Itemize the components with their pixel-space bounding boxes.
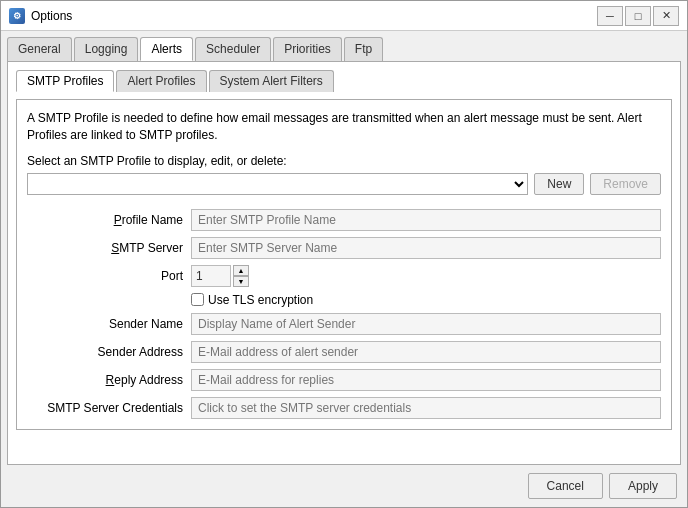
tab-alerts[interactable]: Alerts <box>140 37 193 61</box>
remove-button[interactable]: Remove <box>590 173 661 195</box>
profile-name-label: Profile Name <box>27 213 187 227</box>
smtp-server-input[interactable] <box>191 237 661 259</box>
port-label: Port <box>27 269 187 283</box>
smtp-credentials-input[interactable] <box>191 397 661 419</box>
content-area: SMTP Profiles Alert Profiles System Aler… <box>7 61 681 465</box>
app-icon: ⚙ <box>9 8 25 24</box>
port-row: ▲ ▼ <box>191 265 661 287</box>
tab-priorities[interactable]: Priorities <box>273 37 342 61</box>
minimize-button[interactable]: ─ <box>597 6 623 26</box>
window-controls: ─ □ ✕ <box>597 6 679 26</box>
title-bar: ⚙ Options ─ □ ✕ <box>1 1 687 31</box>
tls-label: Use TLS encryption <box>208 293 313 307</box>
new-button[interactable]: New <box>534 173 584 195</box>
smtp-profiles-panel: A SMTP Profile is needed to define how e… <box>16 99 672 430</box>
bottom-bar: Cancel Apply <box>1 465 687 507</box>
cancel-button[interactable]: Cancel <box>528 473 603 499</box>
main-window: ⚙ Options ─ □ ✕ General Logging Alerts S… <box>0 0 688 508</box>
tls-row: Use TLS encryption <box>191 293 661 307</box>
sender-name-label: Sender Name <box>27 317 187 331</box>
close-button[interactable]: ✕ <box>653 6 679 26</box>
maximize-button[interactable]: □ <box>625 6 651 26</box>
window-title: Options <box>31 9 597 23</box>
tab-system-alert-filters[interactable]: System Alert Filters <box>209 70 334 92</box>
port-down-button[interactable]: ▼ <box>233 276 249 287</box>
tab-logging[interactable]: Logging <box>74 37 139 61</box>
profile-dropdown[interactable] <box>27 173 528 195</box>
description-text: A SMTP Profile is needed to define how e… <box>27 110 661 144</box>
tab-alert-profiles[interactable]: Alert Profiles <box>116 70 206 92</box>
port-up-button[interactable]: ▲ <box>233 265 249 276</box>
inner-tab-bar: SMTP Profiles Alert Profiles System Aler… <box>16 70 672 92</box>
smtp-form: Profile Name SMTP Server Port ▲ ▼ <box>27 209 661 419</box>
tab-general[interactable]: General <box>7 37 72 61</box>
smtp-credentials-label: SMTP Server Credentials <box>27 401 187 415</box>
sender-name-input[interactable] <box>191 313 661 335</box>
reply-address-input[interactable] <box>191 369 661 391</box>
tab-smtp-profiles[interactable]: SMTP Profiles <box>16 70 114 92</box>
tab-scheduler[interactable]: Scheduler <box>195 37 271 61</box>
smtp-server-label: SMTP Server <box>27 241 187 255</box>
port-spinner: ▲ ▼ <box>233 265 249 287</box>
profile-select-row: New Remove <box>27 173 661 195</box>
sender-address-label: Sender Address <box>27 345 187 359</box>
port-input[interactable] <box>191 265 231 287</box>
apply-button[interactable]: Apply <box>609 473 677 499</box>
select-label: Select an SMTP Profile to display, edit,… <box>27 154 661 168</box>
reply-address-label: Reply Address <box>27 373 187 387</box>
sender-address-input[interactable] <box>191 341 661 363</box>
tab-ftp[interactable]: Ftp <box>344 37 383 61</box>
tls-checkbox[interactable] <box>191 293 204 306</box>
main-tab-bar: General Logging Alerts Scheduler Priorit… <box>1 31 687 61</box>
profile-name-input[interactable] <box>191 209 661 231</box>
